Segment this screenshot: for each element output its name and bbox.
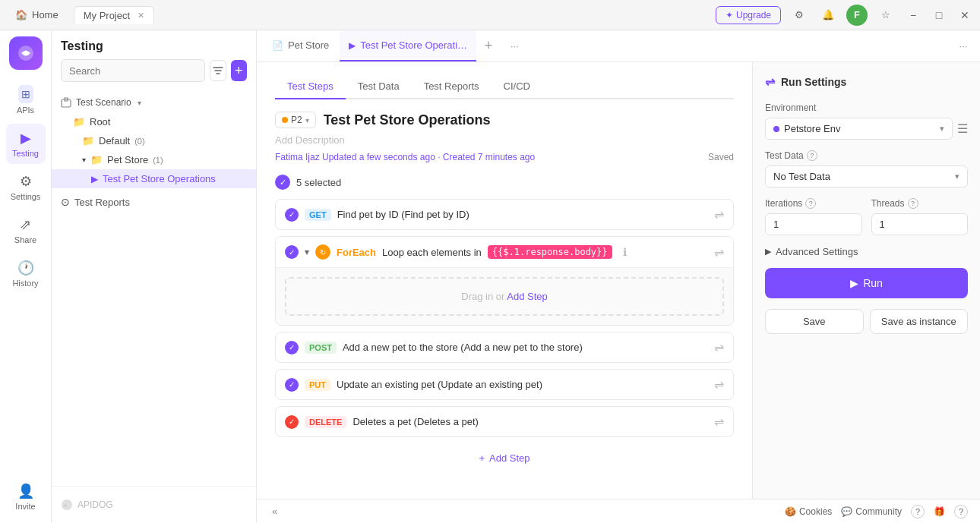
tree-test-ops[interactable]: ▶ Test Pet Store Operations xyxy=(52,169,256,188)
settings-icon-btn[interactable]: ⚙ xyxy=(789,5,810,26)
iterations-label: Iterations ? xyxy=(765,198,862,209)
search-input[interactable] xyxy=(61,59,205,82)
bell-icon-btn[interactable]: 🔔 xyxy=(817,5,839,26)
tab-more-button[interactable]: ··· xyxy=(504,36,525,57)
foreach-info-icon[interactable]: ℹ xyxy=(623,246,627,258)
avatar[interactable]: F xyxy=(846,5,868,26)
step-post-action[interactable]: ⇌ xyxy=(714,340,724,354)
tab-test-reports[interactable]: Test Reports xyxy=(412,74,492,99)
env-select[interactable]: Petstore Env ▾ xyxy=(765,118,953,140)
tab-test-data[interactable]: Test Data xyxy=(346,74,412,99)
test-ops-tab[interactable]: ▶ Test Pet Store Operati… xyxy=(340,30,476,61)
save-row: Save Save as instance xyxy=(765,309,968,334)
tree-root[interactable]: 📁 Root xyxy=(52,112,256,131)
run-icon: ▶ xyxy=(850,277,858,289)
tab-bar: 📄 Pet Store ▶ Test Pet Store Operati… + … xyxy=(257,30,980,62)
foreach-checkbox[interactable]: ✓ xyxy=(285,245,299,259)
foreach-action[interactable]: ⇌ xyxy=(714,245,724,260)
environment-label: Environment xyxy=(765,102,968,113)
selected-count: 5 selected xyxy=(296,177,341,188)
add-button[interactable]: + xyxy=(231,60,247,81)
step-post-checkbox[interactable]: ✓ xyxy=(285,341,299,354)
cookies-action[interactable]: 🍪 Cookies xyxy=(785,506,832,517)
project-label: My Project xyxy=(84,10,130,21)
step-get-action[interactable]: ⇌ xyxy=(714,207,724,222)
left-panel-footer: A APIDOG xyxy=(52,486,256,523)
collapse-button[interactable]: « xyxy=(269,503,280,520)
inner-tabs: Test Steps Test Data Test Reports CI/CD xyxy=(275,74,734,99)
env-menu-btn[interactable]: ☰ xyxy=(957,121,968,136)
project-tab[interactable]: My Project ✕ xyxy=(74,6,154,24)
community-action[interactable]: 💬 Community xyxy=(841,506,902,517)
tab-end-more-button[interactable]: ··· xyxy=(953,36,974,57)
test-data-label: Test Data ? xyxy=(765,150,968,161)
test-reports-icon: ⊙ xyxy=(61,196,70,208)
step-delete-action[interactable]: ⇌ xyxy=(714,414,724,429)
gift-icon: 🎁 xyxy=(934,506,945,517)
minimize-btn[interactable]: − xyxy=(904,6,922,24)
threads-input[interactable] xyxy=(871,213,969,235)
add-step-prefix: + xyxy=(479,452,485,464)
method-put-badge: PUT xyxy=(305,379,330,391)
sidebar-item-share[interactable]: ⇗ Share xyxy=(6,210,46,250)
sidebar-item-testing[interactable]: ▶ Testing xyxy=(6,124,46,164)
drag-drop-area: Drag in or Add Step xyxy=(285,277,724,316)
step-put-checkbox[interactable]: ✓ xyxy=(285,378,299,392)
add-description[interactable]: Add Description xyxy=(275,134,734,146)
brand: A APIDOG xyxy=(52,493,256,517)
sidebar-item-history[interactable]: 🕐 History xyxy=(6,254,46,294)
threads-group: Threads ? xyxy=(871,198,969,235)
sidebar-item-invite[interactable]: 👤 Invite xyxy=(6,477,46,517)
run-button[interactable]: ▶ Run xyxy=(765,268,968,298)
inner-content: Test Steps Test Data Test Reports CI/CD … xyxy=(257,62,980,499)
tree-petstore[interactable]: ▾ 📁 Pet Store (1) xyxy=(52,150,256,169)
help1-action[interactable]: ? xyxy=(911,505,925,518)
help2-action[interactable]: ? xyxy=(954,505,968,518)
close-btn[interactable]: ✕ xyxy=(956,6,974,24)
step-delete-label: Deletes a pet (Deletes a pet) xyxy=(352,416,708,427)
tab-cicd[interactable]: CI/CD xyxy=(492,74,542,99)
priority-badge[interactable]: P2 ▾ xyxy=(275,112,316,128)
add-step-row[interactable]: + Add Step xyxy=(275,443,734,473)
step-post: ✓ POST Add a new pet to the store (Add a… xyxy=(275,332,734,363)
add-tab-button[interactable]: + xyxy=(478,36,499,57)
test-reports-label: Test Reports xyxy=(74,197,130,208)
petstore-tab[interactable]: 📄 Pet Store xyxy=(263,30,338,61)
run-settings-icon: ⇌ xyxy=(765,74,775,89)
maximize-btn[interactable]: □ xyxy=(930,6,948,24)
tab-close-icon[interactable]: ✕ xyxy=(138,11,144,20)
filter-button[interactable] xyxy=(210,60,226,81)
step-delete-checkbox[interactable]: ✓ xyxy=(285,415,299,429)
upgrade-button[interactable]: ✦ Upgrade xyxy=(716,6,781,24)
test-reports-nav[interactable]: ⊙ Test Reports xyxy=(52,191,256,213)
star-icon-btn[interactable]: ☆ xyxy=(875,5,896,26)
home-tab[interactable]: 🏠 Home xyxy=(6,6,68,24)
iterations-info-icon[interactable]: ? xyxy=(805,198,816,209)
saved-status: Saved xyxy=(708,152,734,162)
test-title: Test Pet Store Operations xyxy=(324,112,491,128)
advanced-settings-toggle[interactable]: ▶ Advanced Settings xyxy=(765,246,968,257)
save-instance-button[interactable]: Save as instance xyxy=(870,309,969,334)
sidebar-item-settings[interactable]: ⚙ Settings xyxy=(6,167,46,207)
sidebar-item-apis[interactable]: ⊞ APIs xyxy=(6,79,46,121)
step-put-action[interactable]: ⇌ xyxy=(714,377,724,392)
foreach-expand-chevron[interactable]: ▾ xyxy=(305,247,309,257)
method-get-badge: GET xyxy=(305,209,331,221)
help2-icon: ? xyxy=(954,505,968,518)
iterations-input[interactable] xyxy=(765,213,862,235)
step-get-checkbox[interactable]: ✓ xyxy=(285,208,299,222)
test-scenario-header[interactable]: Test Scenario ▾ xyxy=(52,93,256,112)
test-data-select[interactable]: No Test Data ▾ xyxy=(765,165,968,187)
foreach-keyword: ForEach xyxy=(337,247,376,258)
bottom-bar: « 🍪 Cookies 💬 Community ? 🎁 ? xyxy=(257,499,980,523)
gift-action[interactable]: 🎁 xyxy=(934,506,945,517)
save-button[interactable]: Save xyxy=(765,309,864,334)
test-data-info-icon[interactable]: ? xyxy=(807,150,817,161)
settings-icon: ⚙ xyxy=(20,173,32,190)
test-title-row: P2 ▾ Test Pet Store Operations xyxy=(275,112,734,128)
add-step-inline[interactable]: Add Step xyxy=(507,291,548,302)
threads-info-icon[interactable]: ? xyxy=(908,198,918,209)
tree-default[interactable]: 📁 Default (0) xyxy=(52,131,256,150)
method-delete-badge: DELETE xyxy=(305,416,346,428)
tab-test-steps[interactable]: Test Steps xyxy=(275,74,346,99)
